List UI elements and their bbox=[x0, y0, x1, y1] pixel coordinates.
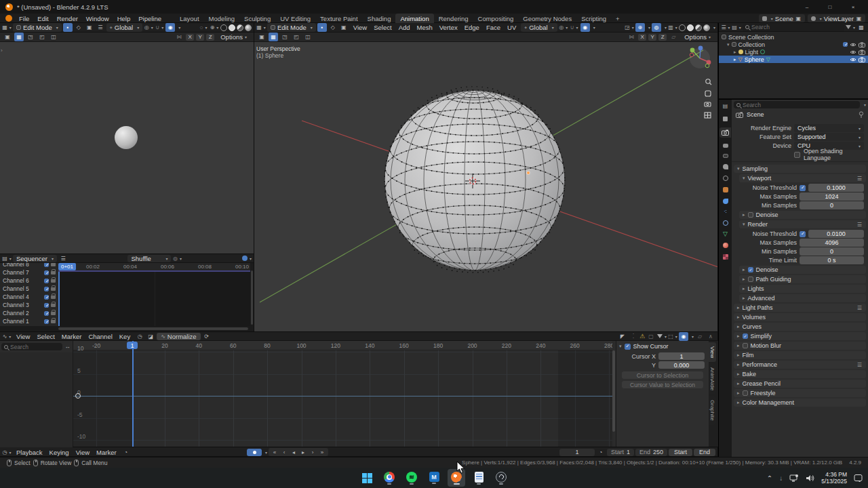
properties-editor[interactable]: ▤ ⁖ ▽ ▾ Scene Render EngineCycles▾ bbox=[719, 100, 868, 457]
cursor-x-field[interactable]: 1 bbox=[658, 352, 705, 360]
wireframe-shading-icon[interactable] bbox=[220, 24, 227, 31]
volume-icon[interactable] bbox=[806, 474, 814, 482]
download-tray-icon[interactable]: ↓ bbox=[779, 474, 783, 482]
play-button[interactable]: ▸ bbox=[298, 448, 308, 457]
r-noise-checkbox[interactable] bbox=[800, 231, 806, 237]
channel-row[interactable]: Channel 2 bbox=[0, 309, 58, 317]
channel-enable-checkbox[interactable] bbox=[44, 303, 49, 308]
spotify-taskbar-icon[interactable]: ≋ bbox=[403, 469, 420, 487]
editor-type-icon[interactable]: ☰▾ bbox=[721, 23, 730, 32]
material-shading-icon[interactable] bbox=[237, 24, 243, 31]
show-sliders-icon[interactable]: ◪ bbox=[146, 332, 155, 341]
object-tab-icon[interactable] bbox=[723, 187, 728, 192]
section-header[interactable]: ▸Light Paths☰ bbox=[734, 304, 866, 312]
subsection-header[interactable]: ▸Advanced bbox=[739, 294, 866, 302]
snap-magnet-icon[interactable]: ∪▾ bbox=[155, 23, 164, 32]
outliner-row-collection[interactable]: ▾ Collection bbox=[719, 41, 868, 48]
set-end-button[interactable]: End bbox=[694, 449, 715, 456]
graph-menu-item[interactable]: Marker bbox=[58, 332, 85, 341]
blend-mode-dropdown[interactable]: Shuffle▾ bbox=[127, 255, 171, 262]
orientation-grid-icon[interactable]: ▦ bbox=[14, 33, 24, 41]
current-frame-badge[interactable]: 0+01 bbox=[58, 263, 76, 270]
clock[interactable]: 4:36 PM 5/13/2025 bbox=[821, 471, 847, 485]
cursor-2d[interactable] bbox=[75, 393, 81, 399]
outliner-editor[interactable]: ☰▾ ▤▾ ▾ ▩ Scene Collection ▾ Collection … bbox=[719, 23, 868, 99]
section-header[interactable]: ▸Volumes☰ bbox=[734, 313, 866, 321]
workspace-tab[interactable]: Layout bbox=[175, 14, 204, 23]
channel-enable-checkbox[interactable] bbox=[44, 295, 49, 300]
channel-row[interactable]: Channel 5 bbox=[0, 285, 58, 293]
channel-row[interactable]: Channel 1 bbox=[0, 317, 58, 325]
start-frame-field[interactable]: Start1 bbox=[607, 449, 634, 456]
orientation-dropdown[interactable]: ⌖Global▾ bbox=[106, 23, 142, 32]
channel-lock-icon[interactable] bbox=[51, 296, 56, 299]
sampling-section-header[interactable]: ▾Sampling bbox=[734, 165, 866, 173]
workspace-tab[interactable]: Texture Paint bbox=[315, 14, 362, 23]
workspace-tab[interactable]: Modeling bbox=[204, 14, 240, 23]
seq-opacity-icon[interactable]: ◍▾ bbox=[172, 254, 182, 263]
edge-select-icon[interactable]: ◇ bbox=[74, 23, 83, 32]
show-cursor-checkbox[interactable] bbox=[625, 344, 631, 350]
current-frame-badge[interactable]: 1 bbox=[127, 342, 138, 349]
auto-key-button[interactable] bbox=[247, 449, 262, 456]
vp-max-samples-field[interactable]: 1024 bbox=[800, 192, 864, 201]
viewport-subsection-header[interactable]: ▾Viewport☰ bbox=[739, 174, 866, 182]
editor-type-icon[interactable]: ◷▾ bbox=[2, 448, 12, 457]
overlays-icon[interactable]: ◌▾ bbox=[199, 23, 208, 32]
proportional-edit-icon[interactable]: ◉ bbox=[165, 23, 175, 32]
vp-min-samples-field[interactable]: 0 bbox=[800, 201, 864, 209]
graph-vertical-scrollbar[interactable] bbox=[612, 350, 615, 432]
sequencer-ruler[interactable]: 0+01 00:02 00:04 00:06 00:08 00:10 bbox=[58, 263, 250, 270]
channel-row[interactable]: Channel 4 bbox=[0, 293, 58, 301]
particles-tab-icon[interactable]: ⁖ bbox=[724, 210, 727, 214]
section-header[interactable]: ▸Grease Pencil☰ bbox=[734, 380, 866, 388]
graph-editor[interactable]: ∿▾ ViewSelectMarkerChannelKey ◷ ◪ ∿Norma… bbox=[0, 332, 718, 447]
r-min-samples-field[interactable]: 0 bbox=[800, 247, 864, 256]
new-scene-icon[interactable]: ▣ bbox=[795, 14, 802, 23]
mirror-z-button[interactable]: Z bbox=[206, 34, 214, 41]
sequencer-strip-area[interactable] bbox=[58, 270, 250, 326]
channel-lock-icon[interactable] bbox=[51, 271, 56, 274]
section-header[interactable]: ▸Color Management☰ bbox=[734, 399, 866, 407]
maya-taskbar-icon[interactable]: M bbox=[425, 469, 443, 487]
section-header[interactable]: ▸Simplify☰ bbox=[734, 332, 866, 340]
material-tab-icon[interactable] bbox=[723, 243, 728, 248]
header-menu-icon[interactable]: ☰ bbox=[96, 23, 105, 32]
mirror-icon[interactable]: ⋈ bbox=[174, 33, 184, 41]
outliner-row-light[interactable]: ▸ Light bbox=[719, 48, 868, 56]
hide-eye-icon[interactable] bbox=[850, 49, 856, 55]
scene-selector[interactable]: ▾ Scene ▣ bbox=[759, 14, 805, 22]
filter-icon[interactable]: ▾ bbox=[846, 23, 855, 32]
channel-enable-checkbox[interactable] bbox=[44, 319, 49, 324]
tool-opt-icon-3[interactable]: ◫ bbox=[49, 33, 58, 41]
graph-canvas[interactable]: 1050-5-10 -20204060801001201401601802002… bbox=[73, 341, 612, 447]
render-subsection-header[interactable]: ▾Render☰ bbox=[739, 220, 866, 228]
sidebar-tab[interactable]: AnimAide bbox=[709, 363, 716, 394]
mirror-x-button[interactable]: X bbox=[186, 34, 194, 41]
channel-row[interactable]: Channel 6 bbox=[0, 277, 58, 285]
workspace-tab[interactable]: + bbox=[611, 14, 625, 23]
render-engine-dropdown[interactable]: Cycles▾ bbox=[794, 124, 864, 132]
only-selected-icon[interactable]: ▢ bbox=[646, 332, 656, 341]
workspace-tab[interactable]: Rendering bbox=[434, 14, 473, 23]
gizmos-icon[interactable]: ⊕▾ bbox=[210, 23, 219, 32]
output-tab-icon[interactable] bbox=[723, 144, 728, 148]
outliner-options-icon[interactable]: ▩ bbox=[856, 23, 866, 32]
network-icon[interactable] bbox=[789, 474, 799, 482]
hide-eye-icon[interactable] bbox=[850, 57, 856, 62]
properties-search-input[interactable] bbox=[743, 102, 857, 108]
timeline-menu-item[interactable]: Marker bbox=[93, 448, 120, 457]
workspace-tab[interactable]: Sculpting bbox=[239, 14, 275, 23]
disable-render-camera-icon[interactable] bbox=[859, 57, 865, 62]
timeline-menu-item[interactable]: Playback bbox=[13, 448, 46, 457]
cursor-value-to-selection-button[interactable]: Cursor Value to Selection bbox=[622, 381, 703, 388]
tool-tab-icon[interactable] bbox=[723, 117, 728, 121]
toolbar-expand-icon[interactable]: › bbox=[1, 47, 3, 54]
menu-item[interactable]: Pipeline bbox=[134, 14, 165, 23]
outliner-search[interactable] bbox=[743, 24, 844, 31]
channel-row[interactable]: Channel 7 bbox=[0, 268, 58, 277]
obs-taskbar-icon[interactable] bbox=[492, 469, 510, 487]
chrome-taskbar-icon[interactable] bbox=[380, 469, 398, 487]
mode-dropdown[interactable]: Edit Mode▾ bbox=[13, 23, 62, 32]
osl-checkbox[interactable] bbox=[794, 152, 800, 158]
